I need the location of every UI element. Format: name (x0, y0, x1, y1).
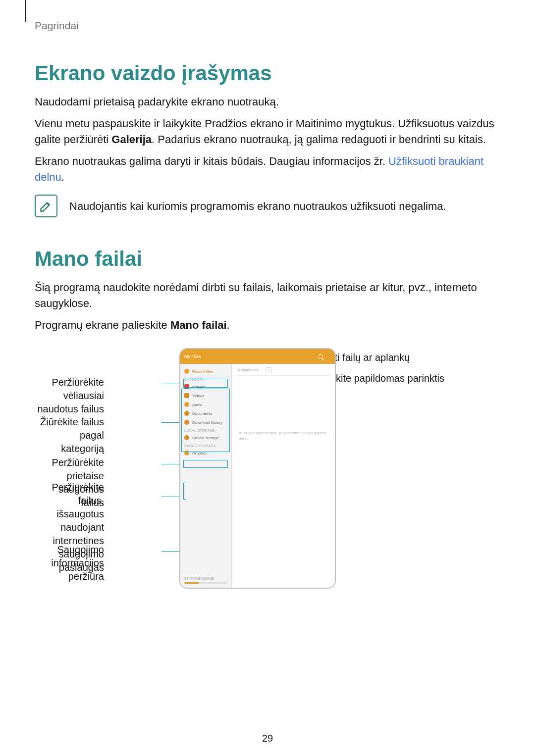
titlebar: My Files (180, 349, 335, 364)
content-tabs: Recent files + (236, 367, 331, 376)
sec1-p3: Ekrano nuotraukas galima daryti ir kitai… (35, 153, 500, 185)
pencil-icon (39, 199, 53, 213)
highlight-recent (183, 379, 228, 388)
highlight-category (181, 389, 230, 452)
callout-storage: Saugojimo informacijos peržiūra (35, 543, 104, 583)
sec2-p2-c: . (227, 319, 230, 331)
sec1-p1: Naudodami prietaisą padarykite ekrano nu… (35, 94, 500, 110)
storage-label: STORAGE USAGE (184, 577, 227, 580)
section-title-my-files: Mano failai (35, 247, 500, 271)
leader-category (161, 422, 180, 423)
sidebar-storage[interactable]: STORAGE USAGE (180, 577, 231, 584)
sidebar-item-recent[interactable]: Recent files (180, 367, 231, 376)
more-icon[interactable] (326, 354, 331, 359)
breadcrumb: Pagrindai (35, 20, 500, 32)
sec2-p1: Šią programą naudokite norėdami dirbti s… (35, 280, 500, 311)
note-icon (35, 195, 57, 217)
titlebar-text: My Files (184, 354, 201, 359)
storage-bar (184, 582, 227, 584)
callout-category: Žiūrėkite failus pagal kategoriją (35, 415, 104, 455)
highlight-device (183, 460, 228, 468)
sec1-p3-a: Ekrano nuotraukas galima daryti ir kitai… (35, 155, 388, 167)
highlight-cloud-bracket (183, 483, 186, 500)
callout-recent: Peržiūrėkite vėliausiai naudotus failus (35, 376, 104, 416)
figure: Ieškoti failų ar aplankų Pasiekite papil… (35, 348, 500, 625)
search-icon[interactable] (318, 354, 323, 359)
tab-recent[interactable]: Recent files (236, 367, 261, 373)
section-title-screen-capture: Ekrano vaizdo įrašymas (35, 61, 500, 85)
note-text: Naudojantis kai kuriomis programomis ekr… (69, 199, 446, 214)
sec2-p2: Programų ekrane palieskite Mano failai. (35, 317, 500, 333)
clock-icon (184, 369, 189, 374)
sec1-p2-bold: Galerija (111, 133, 152, 146)
sec1-p2-c: . Padarius ekrano nuotrauką, ją galima r… (152, 133, 486, 146)
sec1-p3-c: . (61, 171, 64, 183)
add-tab-button[interactable]: + (266, 367, 271, 373)
page-number: 29 (0, 733, 535, 744)
side-rule (25, 0, 26, 22)
sec2-p2-bold: Mano failai (170, 319, 227, 331)
leader-storage (161, 551, 180, 552)
content-message: After you access files, your recent file… (236, 430, 331, 441)
content-area: Recent files + After you access files, y… (232, 364, 335, 588)
sec2-p2-a: Programų ekrane palieskite (35, 319, 170, 331)
note-row: Naudojantis kai kuriomis programomis ekr… (35, 195, 500, 217)
sec1-p2: Vienu metu paspauskite ir laikykite Prad… (35, 116, 500, 148)
sidebar-item-label: Recent files (192, 369, 213, 374)
